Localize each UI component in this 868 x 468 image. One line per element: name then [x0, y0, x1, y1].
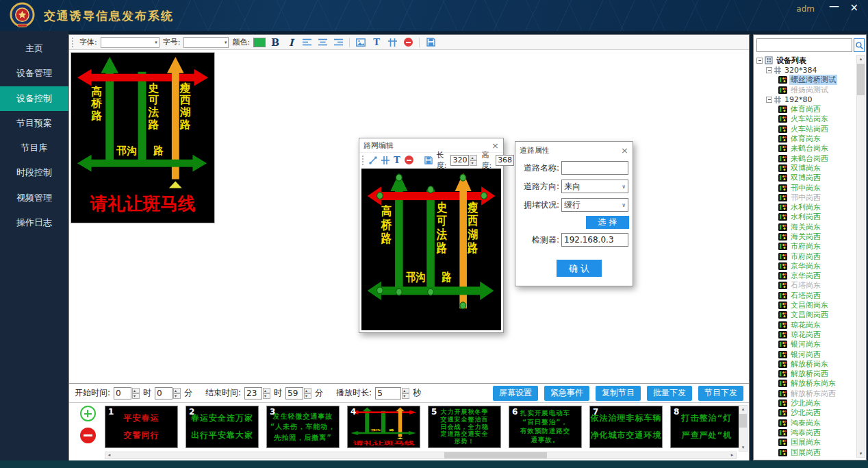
tree-row[interactable]: 市府岗东 — [755, 242, 855, 251]
action-button[interactable]: 复制节目 — [596, 386, 641, 401]
close-button[interactable]: × — [850, 1, 858, 14]
program-tile[interactable]: 4 — [347, 406, 420, 448]
search-button[interactable] — [854, 38, 865, 52]
tree-row[interactable]: 192*80 — [755, 95, 855, 104]
user-name[interactable]: adm — [796, 4, 815, 14]
tree-row[interactable]: 双博岗东 — [755, 163, 855, 173]
confirm-button[interactable]: 确 认 — [557, 260, 602, 277]
scrollbar-thumb[interactable] — [857, 64, 865, 95]
step-down-button[interactable] — [402, 393, 409, 399]
tree-row[interactable]: 国展岗西 — [755, 447, 855, 457]
program-tile[interactable]: 3 发生轻微交通事故 “人未伤，车能动， 先拍照，后撤离” — [266, 406, 340, 448]
program-tile[interactable]: 5 大力开展秋冬季 交通安全整治百 日会战，全力稳 定道路交通安全 形势！ — [428, 406, 501, 448]
tree-row[interactable]: 水利岗东 — [755, 202, 855, 212]
tree-row[interactable]: 沙北岗东 — [755, 398, 855, 408]
bold-button[interactable]: B — [269, 36, 281, 49]
detector-input[interactable] — [561, 233, 628, 247]
tree-row[interactable]: 解放桥岗西 — [755, 369, 855, 379]
scroll-up-arrow[interactable]: ▴ — [739, 406, 747, 412]
delete-button[interactable] — [405, 154, 413, 167]
collapse-icon[interactable] — [756, 58, 763, 64]
tree-row[interactable]: 火车站岗东 — [755, 114, 855, 124]
scroll-down-arrow[interactable]: ▾ — [739, 444, 747, 451]
scroll-down-arrow[interactable]: ▾ — [857, 450, 865, 457]
tree-row[interactable]: 沙北岗西 — [755, 408, 855, 418]
sidebar-item[interactable]: 设备控制 — [0, 86, 68, 111]
text-button[interactable]: T — [394, 154, 400, 167]
save-button[interactable] — [424, 36, 437, 49]
color-swatch[interactable] — [253, 38, 266, 47]
step-down-button[interactable] — [470, 160, 477, 166]
tree-row[interactable]: 螺丝湾桥测试 — [755, 75, 855, 85]
align-right-button[interactable] — [332, 36, 344, 49]
playlist-vertical-scrollbar[interactable]: ▴ ▾ — [739, 405, 748, 452]
step-up-button[interactable] — [132, 388, 140, 393]
image-button[interactable] — [355, 36, 367, 49]
sidebar-item[interactable]: 设备管理 — [0, 61, 68, 86]
sidebar-item[interactable]: 操作日志 — [0, 210, 68, 235]
tree-row[interactable]: 市府岗西 — [755, 251, 855, 261]
tree-row[interactable]: 文昌阁岗东 — [755, 300, 855, 310]
scroll-up-arrow[interactable]: ▴ — [857, 56, 865, 62]
tree-row[interactable]: 来鹤台岗西 — [755, 153, 855, 163]
size-select[interactable]: ▾ — [183, 37, 229, 48]
scroll-left-arrow[interactable]: ◂ — [105, 452, 113, 458]
add-program-button[interactable] — [80, 406, 96, 421]
toolbar-grip[interactable] — [362, 156, 363, 165]
action-button[interactable]: 节目下发 — [698, 386, 743, 401]
tree-row[interactable]: 鸿泰岗西 — [755, 428, 855, 437]
draw-line-button[interactable] — [369, 154, 377, 167]
tree-row[interactable]: 水利岗西 — [755, 212, 855, 222]
end-minute-input[interactable] — [285, 387, 303, 399]
sidebar-item[interactable]: 视频管理 — [0, 186, 68, 210]
action-button[interactable]: 紧急事件 — [544, 386, 589, 401]
tree-row[interactable]: 设备列表 — [755, 56, 855, 65]
sidebar-item[interactable]: 时段控制 — [0, 160, 68, 185]
close-icon[interactable]: × — [621, 146, 628, 155]
save-button[interactable] — [424, 154, 433, 167]
tree-row[interactable]: 320*384 — [755, 65, 855, 75]
remove-program-button[interactable] — [80, 428, 96, 443]
duration-input[interactable] — [375, 387, 401, 399]
tree-vertical-scrollbar[interactable]: ▴ ▾ — [856, 55, 865, 458]
action-button[interactable]: 屏幕设置 — [493, 386, 538, 401]
collapse-icon[interactable] — [766, 67, 772, 73]
sidebar-item[interactable]: 节目库 — [0, 136, 68, 160]
tree-row[interactable]: 邗中岗西 — [755, 193, 855, 202]
start-hour-input[interactable] — [114, 387, 131, 399]
tree-row[interactable]: 解放桥东岗东 — [755, 379, 855, 389]
length-input[interactable] — [450, 155, 469, 166]
step-up-button[interactable] — [304, 388, 311, 393]
tree-row[interactable]: 银河岗东 — [755, 340, 855, 349]
step-up-button[interactable] — [470, 155, 477, 160]
align-left-button[interactable] — [301, 36, 313, 49]
sidebar-item[interactable]: 主页 — [0, 36, 68, 61]
delete-button[interactable] — [402, 36, 414, 49]
device-search-input[interactable] — [756, 38, 852, 52]
tree-row[interactable]: 火车站岗西 — [755, 124, 855, 134]
text-button[interactable]: T — [370, 36, 383, 49]
led-display-preview[interactable]: 高桥路 史可法路 瘦西湖路 邗沟 路 请礼让斑马线 — [71, 52, 215, 223]
road-button[interactable] — [386, 36, 398, 49]
step-down-button[interactable] — [263, 393, 270, 399]
sidebar-item[interactable]: 节目预案 — [0, 111, 68, 136]
toolbar-grip[interactable] — [72, 38, 75, 47]
select-detector-button[interactable]: 选 择 — [586, 216, 629, 229]
program-tile[interactable]: 2 春运安全连万家 出行平安靠大家 — [186, 406, 259, 448]
start-minute-input[interactable] — [155, 387, 173, 399]
height-input[interactable] — [496, 155, 514, 166]
road-direction-select[interactable]: 来向 ∨ — [561, 180, 628, 193]
tree-row[interactable]: 石塔岗东 — [755, 281, 855, 291]
end-hour-input[interactable] — [244, 387, 262, 399]
step-up-button[interactable] — [402, 388, 409, 393]
scrollbar-thumb[interactable] — [739, 414, 747, 428]
tree-row[interactable]: 京华岗东 — [755, 261, 855, 271]
tree-row[interactable]: 邗中岗东 — [755, 183, 855, 193]
road-name-input[interactable] — [561, 161, 628, 175]
close-icon[interactable]: × — [492, 141, 499, 150]
tree-row[interactable]: 海关岗东 — [755, 222, 855, 232]
tree-row[interactable]: 解放桥岗东 — [755, 359, 855, 369]
program-tile[interactable]: 1 平安春运 交警同行 — [105, 406, 178, 448]
tree-row[interactable]: 银河岗西 — [755, 349, 855, 359]
tree-row[interactable]: 京华岗西 — [755, 271, 855, 281]
